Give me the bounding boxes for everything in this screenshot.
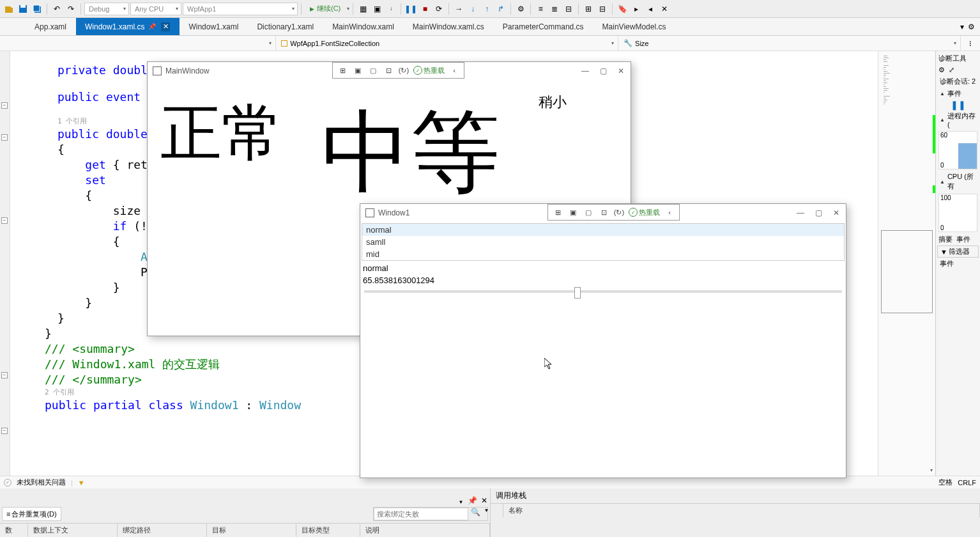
hot-reload-button[interactable]: 热重载 (629, 208, 660, 217)
config-combo[interactable]: Debug (84, 3, 129, 15)
summary-tab[interactable]: 摘要 (938, 235, 953, 244)
nav-class-combo[interactable]: WpfApp1.FontSizeCollection (276, 36, 618, 51)
lightbulb-icon[interactable]: ▼ (78, 479, 85, 486)
close-button[interactable]: ✕ (832, 208, 841, 217)
list-item[interactable]: mid (362, 248, 844, 260)
stop-icon[interactable]: ■ (418, 3, 431, 15)
nav-member-combo[interactable]: 🔧Size (618, 36, 961, 51)
slider[interactable] (364, 290, 842, 293)
search-icon[interactable]: 🔍 (468, 508, 483, 520)
filter-button[interactable]: ▼筛选器 (937, 245, 979, 258)
dropdown-icon[interactable]: ▼ (483, 508, 491, 520)
callstack-headers: 名称 (491, 503, 981, 517)
comment-icon[interactable]: ⊟ (596, 3, 609, 15)
search-input[interactable] (374, 508, 468, 520)
cpu-chart: 100 0 (938, 194, 977, 232)
issues-text[interactable]: 未找到相关问题 (17, 478, 66, 487)
list-item[interactable]: samll (362, 236, 844, 248)
slider-thumb[interactable] (574, 287, 581, 299)
step-icon[interactable]: ↓ (466, 3, 479, 15)
minimize-button[interactable]: — (796, 208, 805, 217)
select-icon[interactable]: ▣ (567, 206, 579, 218)
save-icon[interactable] (17, 3, 29, 15)
format-icon[interactable]: ≣ (548, 3, 561, 15)
left-panel-tabs: ▼ 📌 ✕ (0, 488, 490, 505)
close-button[interactable]: ✕ (616, 66, 625, 75)
select-icon[interactable]: ▣ (352, 65, 364, 76)
visual-tree-icon[interactable]: ⊞ (337, 65, 348, 76)
pause-icon[interactable]: ❚❚ (404, 3, 417, 15)
maximize-button[interactable]: ▢ (599, 66, 608, 75)
tab-parametercommand[interactable]: ParameterCommand.cs (494, 18, 593, 35)
split-icon[interactable]: ⫶ (961, 36, 980, 51)
save-all-icon[interactable] (31, 3, 43, 15)
tool-icon[interactable]: ⚙ (514, 3, 527, 15)
platform-combo[interactable]: Any CPU (130, 3, 181, 15)
layout-icon[interactable]: ▢ (367, 65, 379, 76)
close-icon[interactable]: ✕ (481, 496, 487, 505)
tab-mainviewmodel[interactable]: MainViewModel.cs (593, 18, 676, 35)
tab-window1-cs[interactable]: Window1.xaml.cs📌✕ (76, 18, 180, 35)
separator (448, 3, 449, 15)
gear-icon[interactable]: ⚙ (938, 66, 945, 74)
hot-reload-button[interactable]: 热重载 (413, 66, 445, 75)
pin-icon[interactable]: 📌 (148, 23, 156, 30)
undo-icon[interactable]: ↶ (50, 3, 63, 15)
format-icon[interactable]: ⊟ (562, 3, 575, 15)
merge-dup-button[interactable]: ≡ 合并重复项(D) (2, 507, 61, 521)
tab-window1-xaml[interactable]: Window1.xaml (180, 18, 248, 35)
pause-icon[interactable]: ❚❚ (937, 100, 979, 110)
list-item[interactable]: normal (362, 224, 844, 236)
collapse-icon[interactable]: ‹ (664, 206, 675, 218)
close-icon[interactable]: ✕ (161, 22, 170, 31)
layout-icon[interactable]: ▢ (583, 206, 594, 218)
chevron-down-icon[interactable]: ▾ (930, 467, 933, 473)
tool-icon[interactable]: ▣ (371, 3, 383, 15)
listbox[interactable]: normal samll mid (362, 223, 845, 261)
pin-icon[interactable]: 📌 (468, 496, 477, 505)
format-icon[interactable]: ≡ (534, 3, 547, 15)
bookmark-icon[interactable]: 🔖 (616, 3, 629, 15)
step-icon[interactable]: → (452, 3, 465, 15)
startup-combo[interactable]: WpfApp1 (183, 3, 298, 15)
debug-overlay-toolbar: ⊞ ▣ ▢ ⊡ (↻) 热重载 ‹ (332, 62, 464, 79)
crlf-indicator[interactable]: CRLF (958, 479, 976, 486)
step-icon[interactable]: ↑ (480, 3, 493, 15)
separator (301, 3, 302, 15)
maximize-button[interactable]: ▢ (814, 208, 823, 217)
visual-tree-icon[interactable]: ⊞ (552, 206, 563, 218)
binding-icon[interactable]: (↻) (398, 65, 410, 76)
open-icon[interactable] (3, 3, 15, 15)
track-icon[interactable]: ⊡ (383, 65, 394, 76)
tab-mainwindow-cs[interactable]: MainWindow.xaml.cs (404, 18, 494, 35)
expand-icon[interactable]: ⤢ (949, 66, 954, 74)
restart-icon[interactable]: ⟳ (433, 3, 445, 15)
binding-icon[interactable]: (↻) (613, 206, 625, 218)
minimize-button[interactable]: — (581, 66, 590, 75)
bookmark-icon[interactable]: ✕ (658, 3, 671, 15)
tab-app-xaml[interactable]: App.xaml (26, 18, 76, 35)
spaces-indicator[interactable]: 空格 (938, 478, 953, 487)
events-tab[interactable]: 事件 (956, 235, 970, 244)
bookmark-icon[interactable]: ▸ (630, 3, 643, 15)
track-icon[interactable]: ⊡ (598, 206, 609, 218)
tool-icon[interactable]: ▦ (356, 3, 369, 15)
diagnostics-panel: 诊断工具 ⚙⤢ 诊断会话: 2 ▲事件 ❚❚ ▲进程内存 ( 60 0 ▲CPU… (935, 51, 980, 476)
comment-icon[interactable]: ⊞ (582, 3, 595, 15)
nav-scope-combo[interactable] (0, 36, 276, 51)
tool-icon[interactable]: ↓ (385, 3, 397, 15)
code-minimap[interactable]: ▬▬▬▬▬▬▬▬▬▬▬▬▬▬▬▬▬▬▬▬▬▬▬▬▬▬▬▬▬▬▬▬▬▬▬▬▬▬▬▬… (878, 51, 935, 476)
collapse-icon[interactable]: ‹ (448, 65, 460, 76)
bookmark-icon[interactable]: ◂ (644, 3, 657, 15)
tab-settings-icon[interactable]: ⚙ (968, 22, 975, 31)
separator (510, 3, 511, 15)
continue-button[interactable]: 继续(C) (305, 4, 346, 13)
dropdown-icon[interactable]: ▼ (459, 499, 464, 505)
issues-icon[interactable]: ✓ (4, 479, 11, 486)
redo-icon[interactable]: ↷ (65, 3, 77, 15)
tab-mainwindow-xaml[interactable]: MainWindow.xaml (323, 18, 404, 35)
tab-dictionary1[interactable]: Dictionary1.xaml (248, 18, 323, 35)
memory-chart: 60 0 (938, 131, 977, 169)
tab-overflow-icon[interactable]: ▾ (960, 22, 964, 31)
step-icon[interactable]: ↱ (494, 3, 507, 15)
